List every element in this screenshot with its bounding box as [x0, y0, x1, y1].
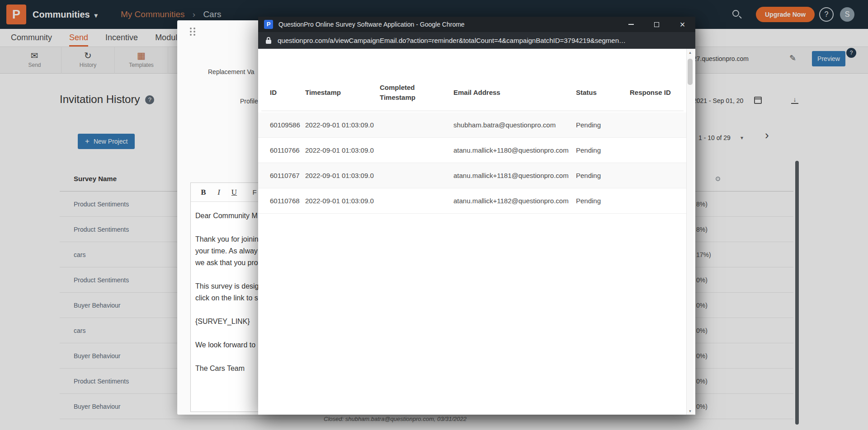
italic-button[interactable]: I [213, 183, 225, 202]
recipient-row: 60110768 2022-09-01 01:03:09.0 atanu.mal… [258, 188, 688, 214]
window-controls: × [618, 17, 695, 32]
recipient-row: 60110766 2022-09-01 01:03:09.0 atanu.mal… [258, 138, 688, 163]
popup-content: ID Timestamp Completed Timestamp Email A… [258, 49, 695, 415]
minimize-icon [628, 24, 634, 25]
maximize-icon [654, 22, 659, 27]
cell-email: atanu.mallick+1182@questionpro.com [453, 197, 576, 205]
popup-window-title: QuestionPro Online Survey Software Appli… [278, 21, 465, 28]
column-timestamp: Timestamp [305, 88, 380, 98]
column-email-address: Email Address [453, 88, 576, 98]
cell-id: 60110767 [270, 172, 305, 179]
maximize-button[interactable] [644, 17, 670, 32]
cell-email: atanu.mallick+1181@questionpro.com [453, 172, 576, 179]
drag-handle-icon[interactable] [190, 28, 192, 29]
cell-id: 60110766 [270, 146, 305, 154]
scroll-up-icon[interactable]: ▴ [687, 49, 693, 56]
chrome-popup-window: P QuestionPro Online Survey Software App… [258, 17, 695, 415]
popup-url: questionpro.com/a/viewCampaignEmail.do?a… [278, 37, 626, 44]
popup-titlebar[interactable]: P QuestionPro Online Survey Software App… [258, 17, 695, 32]
header-divider [261, 111, 684, 111]
cell-id: 60110768 [270, 197, 305, 205]
cell-email: shubham.batra@questionpro.com [453, 121, 576, 129]
column-status: Status [576, 88, 630, 98]
scrollbar-thumb[interactable] [688, 59, 693, 85]
questionpro-favicon: P [264, 20, 273, 29]
cell-status: Pending [576, 121, 630, 129]
replacement-variables-label: Replacement Va [208, 68, 254, 75]
popup-table-header: ID Timestamp Completed Timestamp Email A… [258, 80, 688, 105]
underline-button[interactable]: U [228, 183, 240, 202]
bold-button[interactable]: B [198, 183, 209, 202]
cell-status: Pending [576, 146, 630, 154]
popup-scrollbar[interactable]: ▴ ▾ [686, 49, 693, 415]
cell-email: atanu.mallick+1180@questionpro.com [453, 146, 576, 154]
cell-timestamp: 2022-09-01 01:03:09.0 [305, 197, 380, 205]
cell-timestamp: 2022-09-01 01:03:09.0 [305, 172, 380, 179]
popup-address-bar[interactable]: questionpro.com/a/viewCampaignEmail.do?a… [258, 32, 695, 49]
lock-icon [266, 37, 271, 44]
cell-timestamp: 2022-09-01 01:03:09.0 [305, 121, 380, 129]
scroll-down-icon[interactable]: ▾ [687, 407, 693, 415]
minimize-button[interactable] [618, 17, 644, 32]
column-completed-timestamp: Completed Timestamp [380, 83, 432, 103]
recipient-row: 60109586 2022-09-01 01:03:09.0 shubham.b… [258, 112, 688, 138]
cell-status: Pending [576, 172, 630, 179]
profile-label: Profile [240, 98, 258, 105]
close-button[interactable]: × [670, 17, 695, 32]
cell-timestamp: 2022-09-01 01:03:09.0 [305, 146, 380, 154]
column-id: ID [270, 88, 305, 98]
close-icon: × [680, 20, 685, 29]
recipient-row: 60110767 2022-09-01 01:03:09.0 atanu.mal… [258, 163, 688, 188]
column-response-id: Response ID [630, 88, 684, 98]
cell-id: 60109586 [270, 121, 305, 129]
screen: P Communities▾ My Communities › Cars Upg… [0, 0, 868, 430]
cell-status: Pending [576, 197, 630, 205]
